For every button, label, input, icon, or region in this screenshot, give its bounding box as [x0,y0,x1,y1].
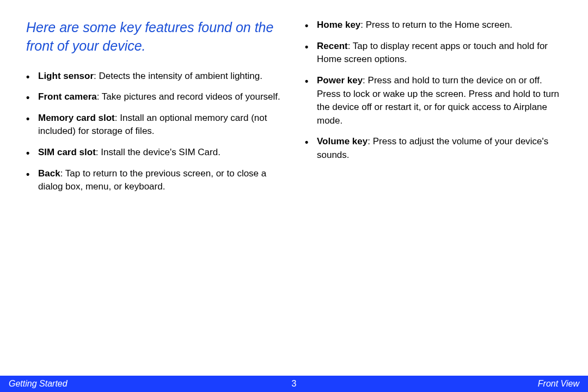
intro-text: Here are some key features found on the … [26,19,283,56]
feature-term: Back [38,168,60,179]
feature-desc: : Take pictures and record videos of you… [97,91,280,102]
feature-term: Volume key [317,136,367,146]
left-column: Here are some key features found on the … [26,19,283,201]
footer-right: Front View [538,379,579,389]
feature-desc: : Install the device's SIM Card. [96,147,220,157]
feature-term: Power key [317,75,363,85]
list-item: Power key: Press and hold to turn the de… [305,74,562,128]
feature-desc: : Press to return to the Home screen. [360,20,512,30]
feature-term: Home key [317,20,360,30]
feature-list-right: Home key: Press to return to the Home sc… [305,19,562,162]
list-item: Back: Tap to return to the previous scre… [26,167,283,194]
page-number: 3 [292,379,297,389]
feature-desc: : Detects the intensity of ambient light… [94,71,262,81]
list-item: Home key: Press to return to the Home sc… [305,19,562,32]
feature-desc: : Tap to return to the previous screen, … [38,168,266,192]
footer-bar: Getting Started 3 Front View [0,376,588,392]
right-column: Home key: Press to return to the Home sc… [305,19,562,201]
list-item: Memory card slot: Install an optional me… [26,112,283,138]
feature-term: SIM card slot [38,147,96,157]
feature-term: Front camera [38,91,97,102]
feature-desc: : Tap to display recent apps or touch an… [317,41,548,65]
list-item: Front camera: Take pictures and record v… [26,90,283,104]
list-item: Recent: Tap to display recent apps or to… [305,40,562,66]
feature-term: Memory card slot [38,113,115,123]
feature-list-left: Light sensor: Detects the intensity of a… [26,70,283,194]
list-item: Light sensor: Detects the intensity of a… [26,70,283,83]
feature-term: Recent [317,41,348,51]
list-item: Volume key: Press to adjust the volume o… [305,135,562,162]
feature-term: Light sensor [38,71,94,81]
list-item: SIM card slot: Install the device's SIM … [26,146,283,160]
footer-left: Getting Started [9,379,68,389]
